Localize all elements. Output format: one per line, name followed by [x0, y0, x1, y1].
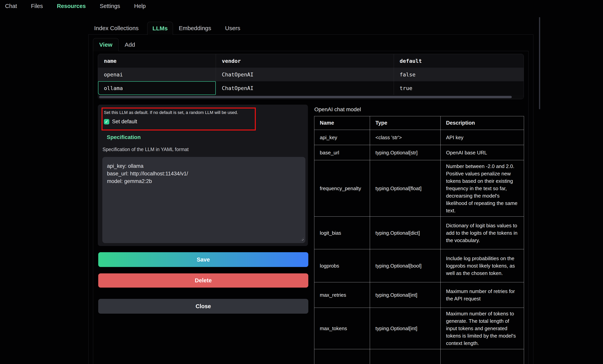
nav-item-resources[interactable]: Resources — [57, 3, 86, 9]
close-button[interactable]: Close — [98, 299, 308, 314]
schema-cell-description: Number between -2.0 and 2.0. Positive va… — [441, 160, 524, 216]
specification-subtext: Specification of the LLM in YAML format — [103, 147, 189, 152]
schema-table-container: Name Type Description api_key <class 'st… — [314, 116, 524, 364]
horizontal-scrollbar — [98, 95, 524, 99]
schema-cell-type: <class 'str'> — [370, 130, 441, 145]
llm-cell-default[interactable]: true — [394, 81, 524, 95]
schema-cell-description: Maximum number of retries for the API re… — [441, 282, 524, 308]
save-button[interactable]: Save — [98, 252, 308, 267]
app-root: Chat Files Resources Settings Help Index… — [0, 0, 603, 364]
schema-row-frequency-penalty: frequency_penalty typing.Optional[float]… — [314, 160, 524, 216]
schema-cell-description: API key — [441, 130, 524, 145]
llm-col-vendor: vendor — [216, 54, 394, 68]
subtab-view-label: View — [99, 41, 112, 48]
schema-col-name: Name — [314, 116, 370, 130]
llm-cell-name[interactable]: openai — [98, 68, 216, 81]
llm-cell-name-selected[interactable]: ollama — [98, 81, 216, 95]
schema-cell-name: logprobs — [314, 249, 370, 282]
schema-row-max-retries: max_retries typing.Optional[int] Maximum… — [314, 282, 524, 308]
delete-button[interactable]: Delete — [98, 273, 308, 288]
schema-col-description: Description — [441, 116, 524, 130]
schema-cell-type: typing.Optional[str] — [370, 145, 441, 160]
schema-cell-name: max_retries — [314, 282, 370, 308]
schema-cell-type: typing.Optional[int] — [370, 308, 441, 349]
schema-table: Name Type Description api_key <class 'st… — [314, 116, 524, 364]
schema-cell-name: max_tokens — [314, 308, 370, 349]
schema-row-partial — [314, 349, 524, 364]
top-nav: Chat Files Resources Settings Help — [5, 0, 146, 12]
schema-cell-description: Dictionary of logit bias values to add t… — [441, 216, 524, 249]
nav-item-chat[interactable]: Chat — [5, 3, 17, 9]
llm-col-name: name — [98, 54, 216, 68]
schema-cell-description — [441, 349, 524, 364]
llm-detail-card: Set this LLM as default. If no default i… — [98, 105, 308, 246]
default-note-text: Set this LLM as default. If no default i… — [104, 110, 255, 115]
specification-heading: Specification — [107, 134, 141, 140]
checkmark-icon: ✓ — [105, 120, 108, 124]
tab-users[interactable]: Users — [225, 25, 240, 32]
set-default-checkbox[interactable]: ✓ — [104, 119, 109, 125]
horizontal-scrollbar-thumb[interactable] — [99, 96, 512, 98]
schema-cell-name: api_key — [314, 130, 370, 145]
llm-cell-name-text: ollama — [104, 85, 123, 91]
schema-panel-title: OpenAI chat model — [314, 106, 361, 113]
nav-item-files[interactable]: Files — [31, 3, 43, 9]
nav-item-help[interactable]: Help — [134, 3, 146, 9]
llm-table: name vendor default openai ChatOpenAI fa… — [98, 54, 524, 99]
schema-cell-type: typing.Optional[bool] — [370, 249, 441, 282]
llm-cell-vendor[interactable]: ChatOpenAI — [216, 68, 394, 81]
schema-cell-description: Maximum number of tokens to generate. Th… — [441, 308, 524, 349]
schema-cell-type: typing.Optional[float] — [370, 160, 441, 216]
schema-row-base-url: base_url typing.Optional[str] OpenAI bas… — [314, 145, 524, 160]
tab-index-collections[interactable]: Index Collections — [94, 25, 139, 32]
schema-cell-type — [370, 349, 441, 364]
tab-llms[interactable]: LLMs — [147, 22, 173, 35]
llm-row-ollama[interactable]: ollama ChatOpenAI true — [98, 81, 524, 95]
schema-cell-type: typing.Optional[int] — [370, 282, 441, 308]
nav-item-settings[interactable]: Settings — [100, 3, 120, 9]
schema-col-type: Type — [370, 116, 441, 130]
llm-table-header: name vendor default — [98, 54, 524, 68]
schema-cell-name: frequency_penalty — [314, 160, 370, 216]
llm-col-default: default — [394, 54, 524, 68]
set-default-label: Set default — [112, 119, 137, 125]
vertical-scrollbar-thumb[interactable] — [539, 17, 540, 109]
schema-cell-name — [314, 349, 370, 364]
schema-cell-name: base_url — [314, 145, 370, 160]
schema-header-row: Name Type Description — [314, 116, 524, 130]
schema-cell-description: OpenAI base URL — [441, 145, 524, 160]
subtab-add[interactable]: Add — [125, 41, 135, 48]
llm-row-openai[interactable]: openai ChatOpenAI false — [98, 68, 524, 81]
llm-cell-default[interactable]: false — [394, 68, 524, 81]
specification-yaml-input[interactable]: api_key: ollama base_url: http://localho… — [102, 157, 305, 243]
schema-cell-type: typing.Optional[dict] — [370, 216, 441, 249]
schema-cell-description: Include log probabilities on the logprob… — [441, 249, 524, 282]
schema-row-logit-bias: logit_bias typing.Optional[dict] Diction… — [314, 216, 524, 249]
llm-cell-vendor[interactable]: ChatOpenAI — [216, 81, 394, 95]
subtab-view[interactable]: View — [93, 38, 119, 51]
annotation-red-box: Set this LLM as default. If no default i… — [102, 108, 256, 130]
schema-row-max-tokens: max_tokens typing.Optional[int] Maximum … — [314, 308, 524, 349]
schema-cell-name: logit_bias — [314, 216, 370, 249]
schema-row-logprobs: logprobs typing.Optional[bool] Include l… — [314, 249, 524, 282]
set-default-checkbox-row[interactable]: ✓ Set default — [104, 119, 255, 125]
schema-row-api-key: api_key <class 'str'> API key — [314, 130, 524, 145]
tab-llms-label: LLMs — [152, 25, 168, 32]
tab-embeddings[interactable]: Embeddings — [179, 25, 211, 32]
